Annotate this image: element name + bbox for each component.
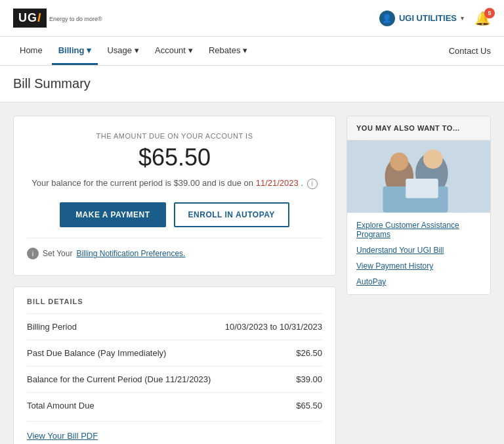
contact-us-link[interactable]: Contact Us xyxy=(449,46,491,56)
current-balance-label: Balance for the Current Period (Due 11/2… xyxy=(27,374,211,384)
user-name: UGI UTILITIES xyxy=(399,13,457,23)
notification-row: i Set Your Billing Notification Preferen… xyxy=(27,238,322,262)
understand-bill-link[interactable]: Understand Your UGI Bill xyxy=(356,246,481,255)
chevron-down-icon: ▾ xyxy=(461,14,464,22)
total-due-row: Total Amount Due $65.50 xyxy=(27,392,322,418)
past-due-row: Past Due Balance (Pay Immediately) $26.5… xyxy=(27,340,322,366)
nav-item-usage[interactable]: Usage ▾ xyxy=(100,37,146,65)
nav-item-billing[interactable]: Billing ▾ xyxy=(52,37,98,65)
view-bill-pdf-link[interactable]: View Your Bill PDF xyxy=(27,421,322,441)
info-icon[interactable]: i xyxy=(307,179,318,189)
svg-point-4 xyxy=(423,149,443,169)
page-title: Bill Summary xyxy=(13,76,491,91)
amount-due-value: $65.50 xyxy=(27,144,322,171)
balance-text: Your balance for the current period is $… xyxy=(27,178,322,189)
explore-assistance-link[interactable]: Explore Customer Assistance Programs xyxy=(356,221,481,239)
amount-due-label: THE AMOUNT DUE ON YOUR ACCOUNT IS xyxy=(27,132,322,140)
side-panel-image xyxy=(347,141,490,213)
view-payment-history-link[interactable]: View Payment History xyxy=(356,261,481,271)
total-due-value: $65.50 xyxy=(296,401,322,411)
logo-area: UGI Energy to do more® xyxy=(13,9,102,28)
amount-due-card: THE AMOUNT DUE ON YOUR ACCOUNT IS $65.50… xyxy=(13,116,336,276)
nav-item-home[interactable]: Home xyxy=(13,37,49,65)
bill-details-card: BILL DETAILS Billing Period 10/03/2023 t… xyxy=(13,286,336,444)
svg-point-2 xyxy=(390,152,408,171)
info-circle-icon: i xyxy=(27,248,39,259)
nav-bar: Home Billing ▾ Usage ▾ Account ▾ Rebates… xyxy=(0,37,504,66)
user-section[interactable]: 👤 UGI UTILITIES ▾ xyxy=(379,11,464,26)
autopay-link[interactable]: AutoPay xyxy=(356,277,481,286)
past-due-value: $26.50 xyxy=(296,348,322,358)
main-content: THE AMOUNT DUE ON YOUR ACCOUNT IS $65.50… xyxy=(0,102,504,444)
past-due-label: Past Due Balance (Pay Immediately) xyxy=(27,348,166,358)
right-column: YOU MAY ALSO WANT TO... Explore Customer… xyxy=(346,116,491,444)
balance-due-date: 11/21/2023 xyxy=(256,178,299,188)
billing-notification-link[interactable]: Billing Notification Preferences. xyxy=(76,249,185,258)
logo: UGI xyxy=(13,9,47,28)
chevron-usage-icon: ▾ xyxy=(135,45,139,55)
billing-period-label: Billing Period xyxy=(27,322,77,332)
chevron-account-icon: ▾ xyxy=(188,45,193,55)
left-column: THE AMOUNT DUE ON YOUR ACCOUNT IS $65.50… xyxy=(13,116,336,444)
side-panel-header: YOU MAY ALSO WANT TO... xyxy=(347,116,490,141)
nav-item-rebates[interactable]: Rebates ▾ xyxy=(202,37,254,65)
notification-prefix: Set Your xyxy=(43,249,72,258)
bell-area[interactable]: 🔔 5 xyxy=(474,11,491,26)
side-panel: YOU MAY ALSO WANT TO... Explore Customer… xyxy=(346,116,491,295)
bill-details-header: BILL DETAILS xyxy=(27,298,322,305)
svg-rect-6 xyxy=(406,179,438,198)
nav-item-account[interactable]: Account ▾ xyxy=(148,37,200,65)
page-title-area: Bill Summary xyxy=(0,66,504,102)
billing-period-value: 10/03/2023 to 10/31/2023 xyxy=(225,322,322,332)
make-payment-button[interactable]: MAKE A PAYMENT xyxy=(60,202,165,227)
nav-left: Home Billing ▾ Usage ▾ Account ▾ Rebates… xyxy=(13,37,254,65)
couple-image xyxy=(347,141,490,213)
header-right: 👤 UGI UTILITIES ▾ 🔔 5 xyxy=(379,11,491,26)
notification-badge: 5 xyxy=(484,8,495,18)
chevron-billing-icon: ▾ xyxy=(87,45,91,55)
balance-text-prefix: Your balance for the current period is $… xyxy=(32,178,253,188)
total-due-label: Total Amount Due xyxy=(27,401,94,411)
balance-text-suffix: . xyxy=(301,178,303,188)
billing-period-row: Billing Period 10/03/2023 to 10/31/2023 xyxy=(27,313,322,340)
action-buttons: MAKE A PAYMENT ENROLL IN AUTOPAY xyxy=(27,202,322,227)
logo-tagline: Energy to do more® xyxy=(49,16,102,22)
user-icon: 👤 xyxy=(379,11,395,26)
side-panel-links: Explore Customer Assistance Programs Und… xyxy=(347,213,490,294)
top-header: UGI Energy to do more® 👤 UGI UTILITIES ▾… xyxy=(0,0,504,37)
enroll-autopay-button[interactable]: ENROLL IN AUTOPAY xyxy=(174,202,289,227)
current-balance-value: $39.00 xyxy=(296,374,322,384)
current-balance-row: Balance for the Current Period (Due 11/2… xyxy=(27,366,322,392)
chevron-rebates-icon: ▾ xyxy=(243,45,247,55)
